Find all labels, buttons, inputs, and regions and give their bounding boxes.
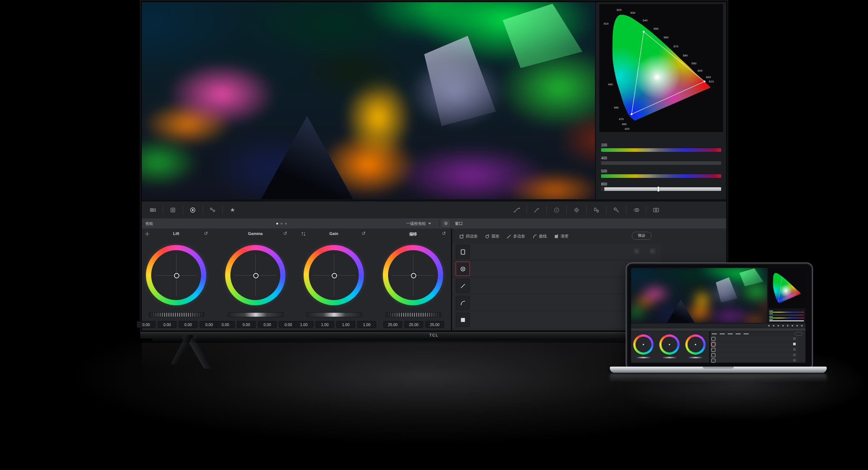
keyer-icon[interactable] — [608, 204, 625, 216]
polygon-shape-icon — [507, 234, 511, 239]
value-chip[interactable]: 25.00 — [404, 321, 423, 328]
slider-bar-800[interactable] — [601, 187, 721, 191]
window-row-square[interactable] — [452, 244, 661, 259]
camera-icon[interactable] — [145, 204, 161, 216]
laptop-gradient-bars — [769, 310, 804, 321]
value-chip[interactable]: 0.00 — [158, 321, 176, 328]
gradient-bars-panel: 100 400 500 800 — [601, 143, 721, 195]
wheel-label-offset: 偏移 — [397, 231, 429, 237]
wheel-indicator[interactable] — [253, 273, 259, 278]
cie-wavelength-label: 480 — [614, 106, 618, 109]
reset-icon[interactable]: ↺ — [283, 231, 287, 236]
tracker-icon[interactable] — [568, 204, 585, 216]
nodes-icon[interactable] — [204, 204, 221, 216]
cie-wavelength-label: 580 — [683, 54, 688, 57]
gain-wheel[interactable] — [303, 245, 364, 306]
spectrum-bar-100 — [601, 148, 721, 152]
lift-master-wheel[interactable] — [149, 312, 204, 317]
value-chip[interactable]: 0.00 — [258, 321, 277, 328]
bar-label: 100 — [601, 143, 721, 147]
laptop-notch — [703, 367, 734, 369]
tool-circle[interactable]: 圆形 — [485, 234, 499, 239]
offset-wheel[interactable] — [383, 245, 443, 306]
gamma-wheel[interactable] — [225, 245, 286, 306]
curves-icon[interactable] — [509, 204, 525, 216]
value-chip[interactable]: 1.00 — [294, 321, 313, 328]
pager-dot[interactable] — [281, 223, 282, 225]
cie-wavelength-label: 530 — [630, 11, 635, 14]
reset-icon[interactable]: ↺ — [362, 231, 366, 236]
cie-wavelength-label: 460 — [622, 123, 626, 126]
wheel-label-gamma: Gamma — [239, 231, 272, 236]
reset-icon[interactable]: ↺ — [204, 231, 208, 236]
crosshair-icon[interactable] — [145, 231, 150, 236]
star-glyph: ★ — [230, 207, 235, 213]
strip-divider — [439, 220, 439, 227]
slider-thumb[interactable] — [658, 187, 659, 192]
cie-wavelength-label: 420 — [625, 127, 629, 131]
cie-wavelength-label: 600 — [698, 69, 702, 72]
pager-dot[interactable] — [276, 223, 278, 225]
value-chip[interactable]: 1.00 — [357, 321, 376, 328]
pager-dot[interactable] — [285, 223, 287, 225]
value-chip[interactable]: 25.00 — [425, 321, 444, 328]
value-chip[interactable]: 1.00 — [315, 321, 334, 328]
chevron-down-icon — [428, 223, 431, 225]
row-toggle-icon[interactable] — [650, 248, 655, 254]
lift-wheel[interactable] — [146, 245, 207, 306]
lift-values: 0.00 0.00 0.00 0.00 — [137, 321, 218, 328]
wheel-indicator[interactable] — [411, 273, 416, 278]
offset-master-wheel[interactable] — [386, 312, 441, 317]
gear-icon[interactable]: ⚙ — [442, 220, 450, 227]
laptop-screen-content — [631, 268, 805, 363]
color-wheel-icon[interactable] — [184, 204, 201, 216]
value-chip[interactable]: 25.00 — [383, 321, 402, 328]
tool-rectangle[interactable]: 四边形 — [459, 234, 478, 239]
page: { "tv": { "brand": "TCL" }, "toolbar": {… — [0, 0, 868, 470]
curve-window-icon — [456, 296, 470, 310]
wheel-indicator[interactable] — [174, 273, 179, 278]
framing-icon[interactable] — [165, 204, 181, 216]
gamma-master-wheel[interactable] — [228, 312, 284, 317]
circle-shape-icon — [485, 234, 490, 239]
wheel-label-lift: Lift — [160, 231, 192, 236]
card-icon[interactable] — [648, 204, 664, 216]
cie-wavelength-label: 510 — [604, 22, 608, 25]
reset-icon[interactable]: ↺ — [442, 231, 446, 236]
value-chip[interactable]: 0.00 — [179, 321, 197, 328]
grading-mode-label: 一级校色轮 — [406, 221, 426, 226]
presets-button[interactable]: 预设 — [632, 232, 651, 240]
tool-gradient[interactable]: 渐变 — [554, 234, 569, 239]
panel-header-strip: 色轮 一级校色轮 ⚙ 窗口 — [142, 218, 726, 229]
value-chip[interactable]: 0.00 — [137, 321, 156, 328]
star-icon[interactable]: ★ — [224, 204, 241, 216]
laptop-wheel — [685, 334, 706, 355]
power-window-icon[interactable] — [548, 204, 565, 216]
tool-polygon[interactable]: 多边形 — [507, 234, 525, 239]
qualifier-icon[interactable] — [588, 204, 605, 216]
rect-shape-icon — [459, 234, 464, 239]
gain-master-wheel[interactable] — [306, 312, 362, 317]
motion-icon[interactable] — [628, 204, 644, 216]
vignette — [142, 2, 595, 199]
grading-mode-dropdown[interactable]: 一级校色轮 — [380, 220, 431, 227]
laptop-wheel — [633, 334, 654, 355]
laptop-cie-diagram — [770, 269, 804, 308]
wheel-label-gain: Gain — [318, 231, 350, 236]
brush-icon[interactable] — [528, 204, 545, 216]
wheels-panel-title: 色轮 — [145, 221, 153, 226]
row-toggle-icon[interactable] — [634, 248, 639, 254]
wheel-pager-dots[interactable] — [276, 223, 287, 225]
wheel-indicator[interactable] — [332, 273, 337, 278]
tool-curve[interactable]: 曲线 — [532, 234, 547, 239]
value-chip[interactable]: 0.00 — [237, 321, 256, 328]
laptop-base — [610, 367, 827, 373]
gamma-values: 0.00 0.00 0.00 0.00 — [216, 321, 298, 328]
toolbar-left-group: ★ — [145, 201, 241, 218]
split-quarters-icon[interactable] — [301, 231, 306, 236]
value-chip[interactable]: 1.00 — [336, 321, 355, 328]
value-chip[interactable]: 0.00 — [216, 321, 235, 328]
cie-wavelength-label: 610 — [709, 80, 714, 83]
cie-diagram — [599, 4, 723, 132]
curve-shape-icon — [532, 234, 537, 239]
